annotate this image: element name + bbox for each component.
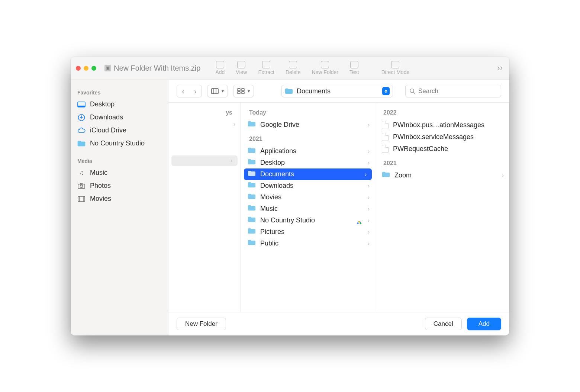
list-item[interactable]: PWInbox.serviceMessages: [375, 131, 509, 143]
columns-icon: [211, 88, 219, 94]
window-controls: [76, 66, 96, 71]
sidebar-item-desktop[interactable]: Desktop: [71, 98, 168, 111]
svg-line-17: [413, 92, 415, 94]
folder-icon: [248, 121, 256, 129]
file-icon: [382, 121, 389, 129]
folder-icon: [248, 170, 256, 178]
browser-column-2[interactable]: 2022PWInbox.pus…ationMessagesPWInbox.ser…: [375, 103, 509, 312]
sheet-footer: New Folder Cancel Add: [168, 312, 509, 335]
view-columns-button[interactable]: ▾: [207, 85, 228, 97]
location-label: Documents: [297, 87, 331, 95]
sidebar-item-label: Movies: [90, 195, 111, 203]
list-item[interactable]: Music›: [241, 203, 375, 215]
add-button[interactable]: Add: [467, 318, 501, 330]
list-item[interactable]: PWInbox.pus…ationMessages: [375, 119, 509, 131]
list-item[interactable]: Desktop›: [241, 157, 375, 168]
photos-icon: [77, 183, 86, 189]
chevron-down-icon: ▾: [222, 89, 224, 94]
music-icon: ♫: [77, 170, 86, 176]
group-by-button[interactable]: ▾: [233, 85, 254, 97]
svg-rect-13: [242, 89, 244, 91]
close-window-button[interactable]: [76, 66, 81, 71]
folder-icon: [248, 182, 256, 190]
list-item[interactable]: Documents›: [244, 168, 372, 180]
browser-column-0[interactable]: ys › ›: [168, 103, 241, 312]
list-item-label: Pictures: [260, 228, 284, 236]
svg-marker-19: [358, 221, 360, 223]
chevron-right-icon: ›: [368, 122, 370, 128]
list-item-label: PWInbox.serviceMessages: [393, 133, 474, 141]
list-item-label: Desktop: [260, 159, 285, 167]
folder-icon: [248, 228, 256, 236]
svg-rect-9: [212, 89, 218, 94]
chevron-right-icon: ›: [231, 157, 232, 164]
toolbar-delete-button[interactable]: Delete: [286, 61, 300, 75]
overflow-button[interactable]: ››: [497, 63, 504, 73]
list-item[interactable]: Zoom›: [375, 170, 509, 181]
browser-column-1[interactable]: TodayGoogle Drive›2021Applications›Deskt…: [241, 103, 375, 312]
sidebar-item-photos[interactable]: Photos: [71, 179, 168, 192]
icloud-icon: [77, 127, 86, 134]
new-folder-icon: [321, 61, 329, 68]
sidebar-item-icloud[interactable]: iCloud Drive: [71, 124, 168, 137]
list-item[interactable]: Applications›: [241, 145, 375, 157]
sidebar-item-music[interactable]: ♫ Music: [71, 166, 168, 179]
sidebar-media-header: Media: [71, 155, 168, 166]
sidebar-favorites-header: Favorites: [71, 87, 168, 98]
file-icon: [382, 133, 389, 141]
sidebar-item-downloads[interactable]: Downloads: [71, 111, 168, 124]
list-item-label: PWInbox.pus…ationMessages: [393, 121, 484, 129]
list-item[interactable]: Downloads›: [241, 180, 375, 192]
search-input[interactable]: [418, 87, 497, 95]
list-item[interactable]: PWRequestCache: [375, 143, 509, 155]
column-group-header: 2021: [241, 131, 375, 145]
direct-mode-icon: [391, 61, 399, 68]
list-item[interactable]: Pictures›: [241, 226, 375, 238]
sidebar-item-movies[interactable]: Movies: [71, 192, 168, 205]
back-button[interactable]: ‹: [182, 87, 184, 96]
sidebar-item-label: Downloads: [90, 113, 123, 121]
cancel-button[interactable]: Cancel: [425, 318, 462, 330]
chevron-right-icon: ›: [368, 229, 370, 235]
list-item[interactable]: Movies›: [241, 192, 375, 203]
zoom-window-button[interactable]: [91, 66, 96, 71]
list-item[interactable]: No Country Studio›: [241, 215, 375, 226]
new-folder-button[interactable]: New Folder: [177, 318, 226, 330]
popup-indicator-icon: [382, 87, 390, 95]
search-field[interactable]: [405, 85, 501, 97]
toolbar-view-button[interactable]: View: [236, 61, 247, 75]
folder-icon: [248, 216, 256, 224]
sidebar-item-label: Desktop: [90, 100, 115, 108]
sidebar-item-label: No Country Studio: [90, 139, 145, 147]
list-item-label: Movies: [260, 193, 281, 201]
column-group-header: 2021: [375, 155, 509, 170]
view-icon: [237, 61, 245, 68]
minimize-window-button[interactable]: [84, 66, 88, 71]
toolbar-add-button[interactable]: Add: [215, 61, 225, 75]
sidebar-item-no-country-studio[interactable]: No Country Studio: [71, 137, 168, 150]
chevron-right-icon: ›: [368, 148, 370, 155]
folder-icon: [248, 240, 256, 247]
folder-icon: [248, 159, 256, 167]
toolbar-extract-button[interactable]: Extract: [258, 61, 274, 75]
chevron-down-icon: ▾: [248, 89, 250, 94]
list-item[interactable]: ›: [168, 119, 241, 129]
toolbar-actions: Add View Extract Delete New Folder Test …: [215, 61, 409, 75]
toolbar-new-folder-button[interactable]: New Folder: [312, 61, 338, 75]
toolbar-direct-mode-button[interactable]: Direct Mode: [381, 61, 409, 75]
desktop-icon: [77, 101, 86, 108]
folder-icon: [248, 205, 256, 213]
toolbar-test-button[interactable]: Test: [349, 61, 359, 75]
folder-icon: [248, 193, 256, 201]
extract-icon: [262, 61, 270, 68]
list-item[interactable]: Google Drive›: [241, 119, 375, 131]
chevron-right-icon: ›: [368, 217, 370, 224]
downloads-icon: [77, 114, 86, 121]
list-item-label: Google Drive: [260, 121, 299, 129]
list-item[interactable]: ›: [171, 155, 238, 166]
list-item[interactable]: Public›: [241, 238, 375, 249]
forward-button[interactable]: ›: [194, 87, 197, 96]
column-group-header: ys: [168, 104, 241, 119]
location-popup-button[interactable]: Documents: [281, 85, 393, 97]
list-item-label: PWRequestCache: [393, 145, 448, 153]
